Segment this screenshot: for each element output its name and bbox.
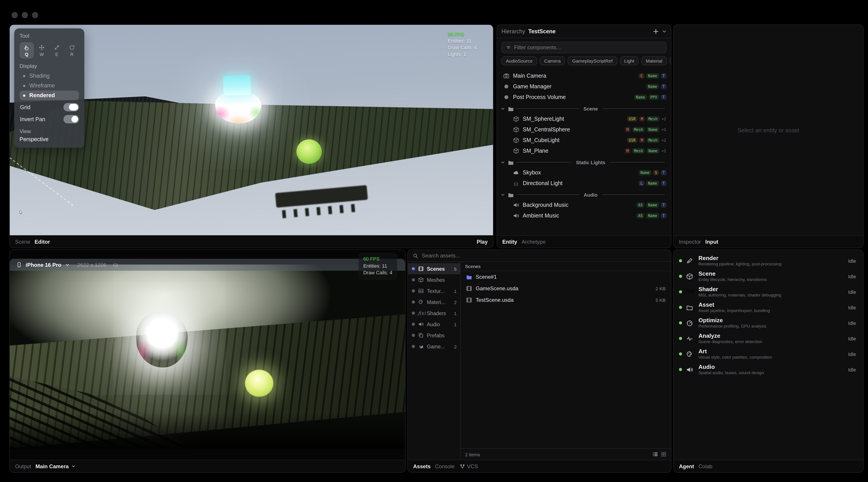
hierarchy-tab-bar: Entity Archetype [497,235,671,248]
agent-title: Analyze [699,333,844,339]
list-view-icon[interactable] [652,451,658,457]
category-gameplay[interactable]: Game... 2 [408,341,460,352]
category-audio[interactable]: Audio 1 [408,319,460,330]
asset-search-input[interactable] [422,252,666,259]
game-view[interactable]: iPhone 16 Pro 2622 x 1206 60 FPS Entitie… [10,250,405,460]
hierarchy-header: Hierarchy TestScene [497,25,671,38]
group-scene[interactable]: Scene [500,103,668,114]
component-badge: T [661,213,666,219]
tab-console[interactable]: Console [435,463,455,469]
chevron-down-icon[interactable] [662,29,666,33]
tab-entity[interactable]: Entity [502,239,517,245]
close-window-button[interactable] [11,12,18,18]
tab-assets[interactable]: Assets [413,463,431,469]
group-static-lights[interactable]: Static Lights [500,157,668,167]
display-mode-shading[interactable]: Shading [20,71,79,81]
tab-vcs[interactable]: VCS [467,463,478,469]
minimize-window-button[interactable] [22,12,28,18]
category-meshes[interactable]: Meshes [408,274,460,285]
cube-icon [686,273,693,280]
zoom-window-button[interactable] [32,12,38,18]
tool-scale-button[interactable]: E [50,42,64,59]
tab-editor[interactable]: Editor [35,239,50,245]
chip-gameplayscriptref[interactable]: GameplayScriptRef [568,56,617,65]
view-mode-value[interactable]: Perspective [20,136,79,143]
status-dot [412,334,415,337]
category-textures[interactable]: Textur... 1 [408,285,460,297]
agent-row-analyze[interactable]: Analyze Scene diagnostics, error detecti… [674,331,863,346]
agent-status-dot [679,259,682,262]
tab-colab[interactable]: Colab [699,463,712,469]
entity-row-main-camera[interactable]: Main Camera C Name T [500,70,668,81]
tab-input[interactable]: Input [705,239,718,245]
tab-agent[interactable]: Agent [679,463,694,469]
entity-row-game-manager[interactable]: Game Manager Name T [500,81,668,92]
chip-mesh[interactable]: Mesh [670,56,671,65]
filter-components-input[interactable] [514,44,662,51]
entity-row-directional-light[interactable]: Directional Light L Name T [500,178,668,189]
entity-row-background-music[interactable]: Background Music AS Name T [500,200,668,210]
play-button[interactable]: Play [477,239,488,245]
entity-row-skybox[interactable]: Skybox Name S T [500,167,668,178]
invert-pan-toggle[interactable] [63,115,79,123]
agent-row-scene[interactable]: Scene Entity lifecycle, hierarchy, trans… [674,269,863,284]
file-row-testscene[interactable]: TestScene.usda 5 KB [461,294,671,306]
cube-icon [513,148,519,154]
entity-row-sm-plane[interactable]: SM_Plane M Mesh Name +1 [500,146,668,156]
group-audio[interactable]: Audio [500,189,668,200]
orientation-landscape-icon[interactable] [112,262,119,267]
device-selector[interactable]: iPhone 16 Pro [26,262,61,268]
category-materials[interactable]: Materi... 2 [408,297,460,308]
add-entity-icon[interactable] [653,28,659,34]
overflow-badge: +2 [661,138,667,143]
tool-move-button[interactable]: W [35,42,49,59]
tool-rotate-button[interactable]: R [65,42,79,59]
chevron-down-icon [65,263,70,267]
agent-row-optimize[interactable]: Optimize Performance profiling, GPU anal… [674,315,863,331]
scene-viewport[interactable]: Tool Q W E R [10,25,493,235]
tab-scene[interactable]: Scene [15,239,30,245]
entity-row-post-process-volume[interactable]: Post Process Volume Name PPV T [500,92,668,102]
status-dot [412,323,415,326]
scene-sphere-object[interactable] [297,140,322,164]
tool-pan-button[interactable]: Q [20,42,34,59]
entity-row-sm-centralsphere[interactable]: SM_CentralSphere M Mesh Name +1 [500,124,668,135]
display-mode-wireframe[interactable]: Wireframe [20,81,79,91]
tab-inspector[interactable]: Inspector [679,239,701,245]
device-resolution: 2622 x 1206 [77,262,106,268]
output-camera-selector[interactable]: Main Camera [35,463,68,469]
chip-light[interactable]: Light [620,56,639,65]
category-prefabs[interactable]: Prefabs [408,330,460,341]
entity-row-sm-cubelight[interactable]: SM_CubeLight GSR M Mesh +2 [500,135,668,146]
category-shaders[interactable]: ƒ(x) Shaders 1 [408,308,460,319]
agent-row-audio[interactable]: Audio Spatial audio, buses, sound design… [674,362,863,377]
category-count: 5 [454,266,457,271]
agent-row-render[interactable]: Render Rendering pipeline, lighting, pos… [674,253,863,269]
editor-window: Tool Q W E R [0,0,868,482]
chip-material[interactable]: Material [642,56,667,65]
entity-row-sm-spherelight[interactable]: SM_SphereLight GSR M Mesh +2 [500,114,668,124]
agent-row-art[interactable]: Art Visual style, color palettes, compos… [674,346,863,362]
tab-output[interactable]: Output [15,463,31,469]
grid-view-icon[interactable] [661,451,666,457]
component-filter-chips: AudioSource Camera GameplayScriptRef Lig… [497,56,671,69]
display-mode-rendered[interactable]: Rendered [20,91,79,100]
tab-archetype[interactable]: Archetype [522,239,546,245]
component-badge: L [639,181,645,186]
filter-components-box[interactable] [501,42,666,53]
palette-icon [418,299,424,305]
agent-row-asset[interactable]: Asset Asset pipeline, import/export, bun… [674,300,863,315]
chip-audiosource[interactable]: AudioSource [501,56,537,65]
entity-row-ambient-music[interactable]: Ambient Music AS Name T [500,210,668,221]
file-row-scene1[interactable]: Scene#1 [461,271,671,283]
category-scenes[interactable]: Scenes 5 [408,263,460,274]
category-label: Shaders [427,310,446,316]
chip-camera[interactable]: Camera [539,56,565,65]
agent-row-shader[interactable]: ƒ(x) Shader MSL authoring, materials, sh… [674,284,863,300]
agent-status-dot [679,321,682,325]
asset-search-bar[interactable] [408,250,671,262]
file-row-gamescene[interactable]: GameScene.usda 2 KB [461,283,671,294]
scene-cube-light-object[interactable] [215,76,263,128]
agent-status: Idle [848,305,856,310]
grid-toggle[interactable] [63,103,79,112]
